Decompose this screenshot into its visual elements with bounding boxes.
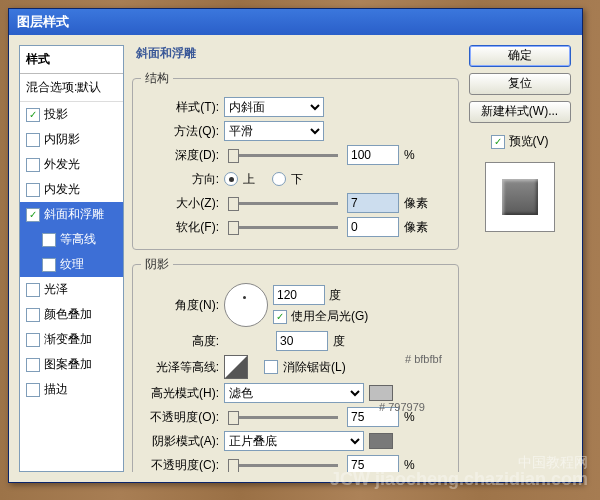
style-item-checkbox[interactable] xyxy=(26,333,40,347)
style-item-checkbox[interactable] xyxy=(26,308,40,322)
preview-swatch xyxy=(502,179,538,215)
direction-label: 方向: xyxy=(141,171,219,188)
depth-slider[interactable] xyxy=(228,154,338,157)
style-item-checkbox[interactable] xyxy=(42,233,56,247)
style-item-2[interactable]: 外发光 xyxy=(20,152,123,177)
blend-options-item[interactable]: 混合选项:默认 xyxy=(20,74,123,102)
window-title: 图层样式 xyxy=(17,13,69,31)
preview-checkbox[interactable] xyxy=(491,135,505,149)
style-item-label: 斜面和浮雕 xyxy=(44,206,104,223)
technique-select[interactable]: 平滑 xyxy=(224,121,324,141)
style-item-checkbox[interactable] xyxy=(26,183,40,197)
shading-legend: 阴影 xyxy=(141,256,173,273)
style-item-checkbox[interactable] xyxy=(26,283,40,297)
style-item-label: 投影 xyxy=(44,106,68,123)
new-style-button[interactable]: 新建样式(W)... xyxy=(469,101,571,123)
style-item-checkbox[interactable] xyxy=(26,358,40,372)
ok-button[interactable]: 确定 xyxy=(469,45,571,67)
annotation-highlight-color: # bfbfbf xyxy=(405,353,442,365)
style-item-7[interactable]: 光泽 xyxy=(20,277,123,302)
annotation-shadow-color: # 797979 xyxy=(379,401,425,413)
panel-title: 斜面和浮雕 xyxy=(136,45,459,62)
style-item-9[interactable]: 渐变叠加 xyxy=(20,327,123,352)
style-item-checkbox[interactable] xyxy=(26,158,40,172)
size-label: 大小(Z): xyxy=(141,195,219,212)
style-item-label: 光泽 xyxy=(44,281,68,298)
depth-unit: % xyxy=(404,148,415,162)
shadow-mode-select[interactable]: 正片叠底 xyxy=(224,431,364,451)
highlight-mode-label: 高光模式(H): xyxy=(141,385,219,402)
gloss-contour-picker[interactable] xyxy=(224,355,248,379)
shadow-mode-label: 阴影模式(A): xyxy=(141,433,219,450)
antialias-label: 消除锯齿(L) xyxy=(283,359,346,376)
style-item-label: 内发光 xyxy=(44,181,80,198)
direction-up-label: 上 xyxy=(243,171,255,188)
highlight-mode-select[interactable]: 滤色 xyxy=(224,383,364,403)
style-item-11[interactable]: 描边 xyxy=(20,377,123,402)
size-unit: 像素 xyxy=(404,195,428,212)
style-item-checkbox[interactable] xyxy=(42,258,56,272)
style-item-label: 颜色叠加 xyxy=(44,306,92,323)
style-item-label: 图案叠加 xyxy=(44,356,92,373)
style-list-header: 样式 xyxy=(20,46,123,74)
style-item-4[interactable]: 斜面和浮雕 xyxy=(20,202,123,227)
angle-wheel[interactable] xyxy=(224,283,268,327)
highlight-opacity-label: 不透明度(O): xyxy=(141,409,219,426)
style-item-checkbox[interactable] xyxy=(26,108,40,122)
altitude-input[interactable] xyxy=(276,331,328,351)
style-item-checkbox[interactable] xyxy=(26,133,40,147)
angle-unit: 度 xyxy=(329,287,341,304)
altitude-unit: 度 xyxy=(333,333,345,350)
style-select[interactable]: 内斜面 xyxy=(224,97,324,117)
style-item-label: 外发光 xyxy=(44,156,80,173)
shadow-color-swatch[interactable] xyxy=(369,433,393,449)
preview-label: 预览(V) xyxy=(509,133,549,150)
size-slider[interactable] xyxy=(228,202,338,205)
angle-label: 角度(N): xyxy=(141,297,219,314)
highlight-color-swatch[interactable] xyxy=(369,385,393,401)
shadow-opacity-slider[interactable] xyxy=(228,464,338,467)
depth-label: 深度(D): xyxy=(141,147,219,164)
style-list: 样式 混合选项:默认 投影内阴影外发光内发光斜面和浮雕等高线纹理光泽颜色叠加渐变… xyxy=(19,45,124,472)
size-input[interactable] xyxy=(347,193,399,213)
style-item-6[interactable]: 纹理 xyxy=(20,252,123,277)
direction-down-label: 下 xyxy=(291,171,303,188)
style-item-label: 渐变叠加 xyxy=(44,331,92,348)
watermark-en: JCW jiaocheng.chazidian.com xyxy=(330,469,588,490)
style-item-5[interactable]: 等高线 xyxy=(20,227,123,252)
style-item-checkbox[interactable] xyxy=(26,208,40,222)
soften-unit: 像素 xyxy=(404,219,428,236)
antialias-checkbox[interactable] xyxy=(264,360,278,374)
style-item-3[interactable]: 内发光 xyxy=(20,177,123,202)
gloss-label: 光泽等高线: xyxy=(141,359,219,376)
altitude-label: 高度: xyxy=(141,333,219,350)
angle-input[interactable] xyxy=(273,285,325,305)
depth-input[interactable] xyxy=(347,145,399,165)
structure-legend: 结构 xyxy=(141,70,173,87)
soften-slider[interactable] xyxy=(228,226,338,229)
global-light-label: 使用全局光(G) xyxy=(291,308,368,325)
style-item-8[interactable]: 颜色叠加 xyxy=(20,302,123,327)
style-item-0[interactable]: 投影 xyxy=(20,102,123,127)
titlebar: 图层样式 xyxy=(9,9,582,35)
layer-style-dialog: 图层样式 样式 混合选项:默认 投影内阴影外发光内发光斜面和浮雕等高线纹理光泽颜… xyxy=(8,8,583,483)
style-item-checkbox[interactable] xyxy=(26,383,40,397)
direction-up-radio[interactable] xyxy=(224,172,238,186)
preview-box xyxy=(485,162,555,232)
highlight-opacity-slider[interactable] xyxy=(228,416,338,419)
style-item-1[interactable]: 内阴影 xyxy=(20,127,123,152)
style-item-label: 内阴影 xyxy=(44,131,80,148)
structure-group: 结构 样式(T):内斜面 方法(Q):平滑 深度(D):% 方向:上 下 大小(… xyxy=(132,70,459,250)
reset-button[interactable]: 复位 xyxy=(469,73,571,95)
shadow-opacity-label: 不透明度(C): xyxy=(141,457,219,473)
style-item-label: 描边 xyxy=(44,381,68,398)
style-item-10[interactable]: 图案叠加 xyxy=(20,352,123,377)
technique-label: 方法(Q): xyxy=(141,123,219,140)
style-label: 样式(T): xyxy=(141,99,219,116)
direction-down-radio[interactable] xyxy=(272,172,286,186)
style-item-label: 等高线 xyxy=(60,231,96,248)
soften-label: 软化(F): xyxy=(141,219,219,236)
style-item-label: 纹理 xyxy=(60,256,84,273)
soften-input[interactable] xyxy=(347,217,399,237)
global-light-checkbox[interactable] xyxy=(273,310,287,324)
